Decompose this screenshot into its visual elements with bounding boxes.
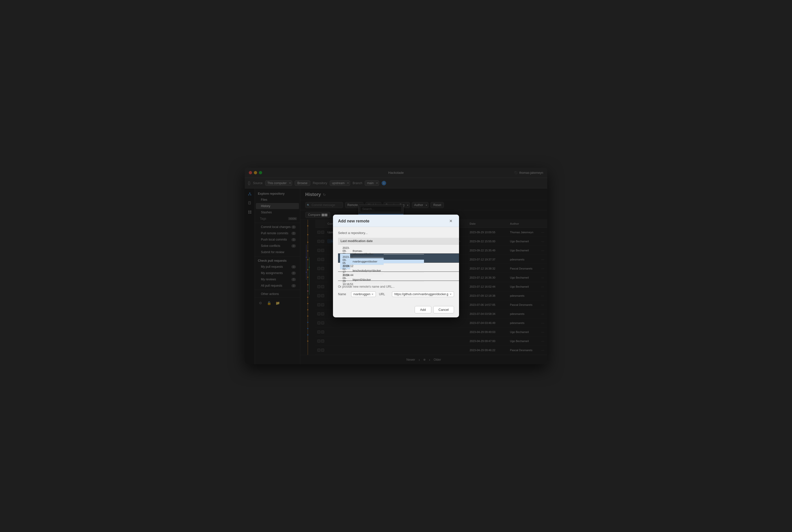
repo-name-0: thomas-jakemeyn/docker — [350, 248, 384, 258]
repo-row-0[interactable]: 2023-09-29 10:16:51 thomas-jakemeyn/dock… — [338, 245, 459, 254]
modal-footer: Add Cancel — [333, 303, 459, 317]
cancel-button[interactable]: Cancel — [433, 306, 454, 314]
repo-remote-3 — [384, 278, 424, 282]
repo-remote-1 — [384, 260, 424, 264]
app-window: Hackolade ⚫ thomas-jakemeyn {} Source Th… — [245, 168, 547, 364]
or-text: Or provide new remote's name and URL... — [338, 285, 454, 288]
modal-overlay[interactable]: Add new remote ✕ Select a repository... … — [245, 168, 547, 364]
repo-name-3: bigorn0/docker — [350, 276, 384, 283]
url-input[interactable] — [394, 292, 448, 296]
repo-remote-2 — [384, 269, 424, 272]
col-date-header: Last modification date — [338, 238, 459, 245]
name-tag-remove[interactable]: ✕ — [371, 293, 373, 296]
repo-name-2: lenchvolodymyr/docker — [350, 267, 384, 274]
modal-header: Add new remote ✕ — [333, 215, 459, 227]
name-form-label: Name — [338, 292, 348, 296]
modal-close-button[interactable]: ✕ — [448, 218, 454, 224]
url-input-wrapper[interactable]: ✕ — [392, 291, 454, 297]
table-header-row: Last modification date Repository Remote — [338, 238, 459, 245]
add-remote-modal: Add new remote ✕ Select a repository... … — [333, 215, 459, 317]
url-clear-icon[interactable]: ✕ — [449, 293, 452, 296]
url-form-label: URL — [379, 292, 389, 296]
modal-title: Add new remote — [338, 219, 369, 224]
name-tag-input[interactable]: rvanbruggen ✕ — [351, 291, 376, 297]
repo-table: Last modification date Repository Remote… — [338, 238, 459, 281]
modal-body: Select a repository... Last modification… — [333, 227, 459, 303]
repo-name-1: rvanbruggen/docker — [350, 258, 384, 265]
modal-subtitle: Select a repository... — [338, 231, 454, 235]
add-button[interactable]: Add — [415, 306, 431, 314]
name-tag-value: rvanbruggen — [353, 292, 370, 296]
repo-remote-0 — [384, 251, 424, 254]
name-form-row: Name rvanbruggen ✕ URL ✕ — [338, 291, 454, 297]
